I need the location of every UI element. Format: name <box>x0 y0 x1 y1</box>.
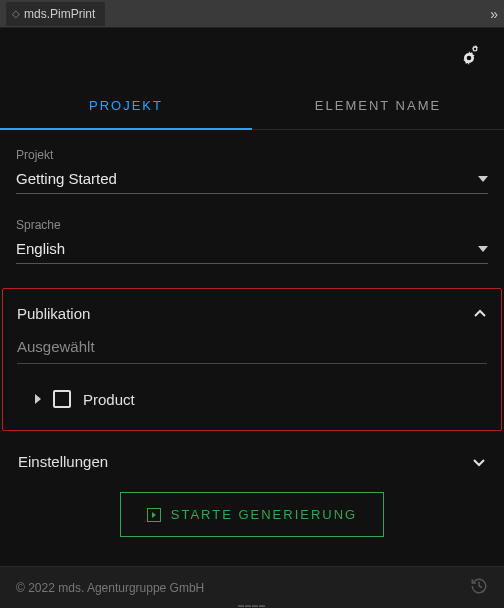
chevron-down-icon <box>472 455 486 469</box>
panel-title: mds.PimPrint <box>24 7 95 21</box>
publication-header[interactable]: Publikation <box>17 303 487 324</box>
generate-wrap: STARTE GENERIERUNG <box>16 482 488 555</box>
generate-label: STARTE GENERIERUNG <box>171 507 357 522</box>
chevron-down-icon <box>478 176 488 182</box>
language-value: English <box>16 240 65 257</box>
selected-label: Ausgewählt <box>17 338 487 364</box>
panel-tab[interactable]: ◇ mds.PimPrint <box>6 2 105 26</box>
language-label: Sprache <box>16 218 488 232</box>
project-field: Projekt Getting Started <box>16 148 488 194</box>
resize-handle[interactable]: ▬▬▬▬ <box>232 602 272 608</box>
tab-element-label: ELEMENT NAME <box>315 98 441 113</box>
language-select[interactable]: English <box>16 236 488 264</box>
toolbar <box>0 28 504 82</box>
tab-projekt[interactable]: PROJEKT <box>0 82 252 129</box>
start-generation-button[interactable]: STARTE GENERIERUNG <box>120 492 384 537</box>
grip-icon: ◇ <box>12 8 18 19</box>
chevron-up-icon <box>473 307 487 321</box>
product-label: Product <box>83 391 135 408</box>
tree-item-product[interactable]: Product <box>17 386 487 416</box>
play-icon <box>147 508 161 522</box>
settings-gears-icon[interactable] <box>458 43 482 67</box>
tab-bar: PROJEKT ELEMENT NAME <box>0 82 504 130</box>
footer-copyright: © 2022 mds. Agenturgruppe GmbH <box>16 581 204 595</box>
content: Projekt Getting Started Sprache English … <box>0 130 504 555</box>
publication-title: Publikation <box>17 305 90 322</box>
tab-projekt-label: PROJEKT <box>89 98 163 113</box>
tree-expand-icon[interactable] <box>35 394 41 404</box>
project-value: Getting Started <box>16 170 117 187</box>
project-label: Projekt <box>16 148 488 162</box>
publication-section: Publikation Ausgewählt Product <box>2 288 502 431</box>
settings-title: Einstellungen <box>18 453 108 470</box>
titlebar: ◇ mds.PimPrint » <box>0 0 504 28</box>
chevron-down-icon <box>478 246 488 252</box>
tab-element-name[interactable]: ELEMENT NAME <box>252 82 504 129</box>
project-select[interactable]: Getting Started <box>16 166 488 194</box>
svg-point-0 <box>474 48 476 50</box>
history-icon[interactable] <box>470 577 488 599</box>
expand-icon[interactable]: » <box>490 6 498 22</box>
svg-point-1 <box>467 56 472 61</box>
product-checkbox[interactable] <box>53 390 71 408</box>
language-field: Sprache English <box>16 218 488 264</box>
settings-header[interactable]: Einstellungen <box>16 441 488 482</box>
